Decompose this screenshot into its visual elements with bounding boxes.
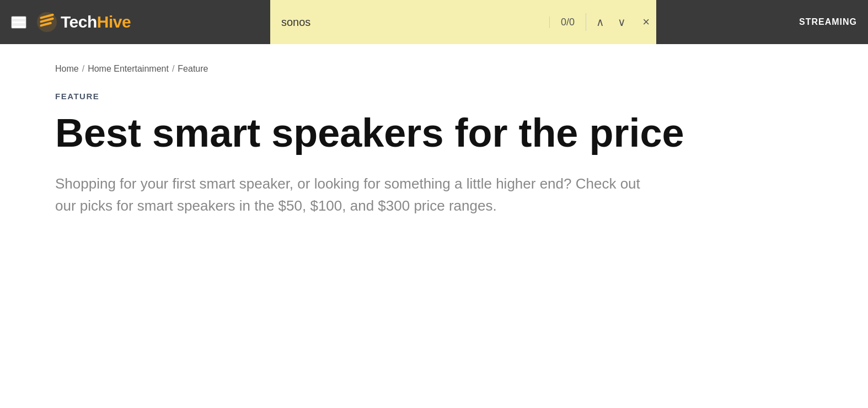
logo-tech: Tech	[61, 13, 97, 31]
breadcrumb-home-entertainment[interactable]: Home Entertainment	[88, 64, 169, 74]
search-count: 0/0	[549, 17, 586, 28]
search-next-button[interactable]: ∨	[613, 13, 630, 31]
hamburger-line-2	[12, 22, 25, 23]
nav-item-streaming[interactable]: STREAMING	[799, 17, 857, 27]
search-input[interactable]	[270, 16, 549, 29]
nav-right: STREAMING	[799, 17, 857, 27]
search-bar: 0/0 ∧ ∨ ×	[270, 0, 656, 44]
category-label: FEATURE	[55, 92, 813, 101]
main-content: Home / Home Entertainment / Feature FEAT…	[0, 44, 868, 250]
breadcrumb-feature[interactable]: Feature	[178, 64, 208, 74]
search-prev-button[interactable]: ∧	[592, 13, 609, 31]
logo-hive: Hive	[97, 13, 131, 31]
breadcrumb: Home / Home Entertainment / Feature	[55, 64, 813, 74]
breadcrumb-sep-2: /	[172, 64, 174, 74]
logo-icon	[36, 12, 57, 33]
logo-text: TechHive	[61, 13, 131, 31]
breadcrumb-home[interactable]: Home	[55, 64, 79, 74]
search-close-button[interactable]: ×	[636, 13, 656, 31]
logo[interactable]: TechHive	[36, 12, 131, 33]
header: TechHive 0/0 ∧ ∨ × STREAMING	[0, 0, 868, 44]
hamburger-line-3	[12, 26, 25, 28]
hamburger-button[interactable]	[11, 16, 26, 29]
svg-point-0	[37, 12, 57, 32]
article-title: Best smart speakers for the price	[55, 112, 717, 155]
hamburger-line-1	[12, 17, 25, 19]
article-subtitle: Shopping for your first smart speaker, o…	[55, 173, 662, 217]
breadcrumb-sep-1: /	[82, 64, 84, 74]
search-navigation: ∧ ∨	[586, 13, 636, 31]
